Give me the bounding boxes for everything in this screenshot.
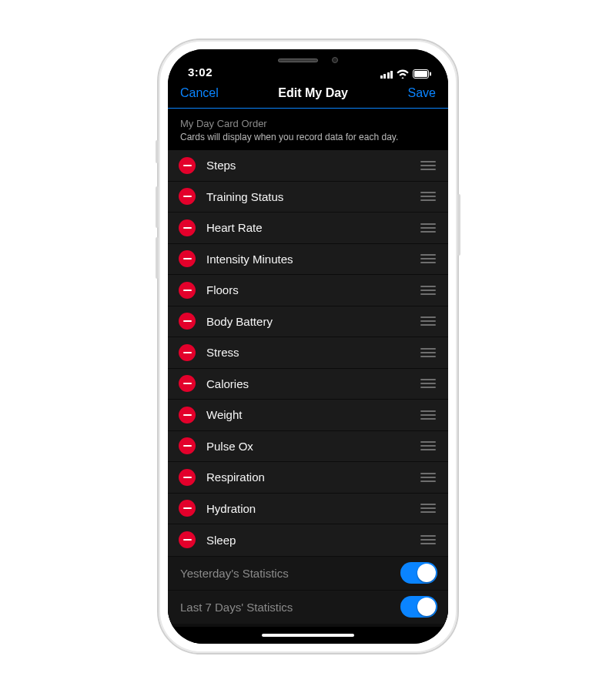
toggle-row-last7: Last 7 Days' Statistics [168, 590, 448, 624]
battery-icon [413, 69, 431, 79]
list-item-label: Pulse Ox [206, 440, 419, 453]
phone-volume-down [156, 237, 159, 279]
list-item[interactable]: Respiration [168, 462, 448, 494]
list-item-label: Weight [206, 408, 419, 421]
remove-icon[interactable] [179, 531, 196, 548]
drag-handle-icon[interactable] [419, 161, 437, 170]
home-indicator[interactable] [168, 627, 448, 644]
remove-icon[interactable] [179, 437, 196, 454]
status-time: 3:02 [188, 65, 213, 79]
drag-handle-icon[interactable] [419, 379, 437, 388]
drag-handle-icon[interactable] [419, 254, 437, 263]
screen: 3:02 Cancel E [168, 49, 448, 644]
list-item-label: Training Status [206, 190, 419, 203]
drag-handle-icon[interactable] [419, 316, 437, 326]
toggle-label: Last 7 Days' Statistics [180, 601, 293, 614]
list-item-label: Heart Rate [206, 221, 419, 234]
list-item[interactable]: Calories [168, 369, 448, 400]
remove-icon[interactable] [179, 469, 196, 486]
remove-icon[interactable] [179, 344, 196, 361]
status-right [380, 69, 432, 79]
toggle-row-yesterday: Yesterday's Statistics [168, 556, 448, 590]
list-item[interactable]: Steps [168, 150, 448, 182]
list-item-label: Calories [206, 377, 419, 390]
toggle-label: Yesterday's Statistics [180, 567, 289, 580]
remove-icon[interactable] [179, 188, 196, 205]
drag-handle-icon[interactable] [419, 410, 437, 420]
save-button[interactable]: Save [408, 86, 436, 100]
yesterday-stats-toggle[interactable] [400, 562, 437, 584]
drag-handle-icon[interactable] [419, 286, 437, 295]
drag-handle-icon[interactable] [419, 348, 437, 357]
svg-rect-2 [430, 72, 431, 76]
wifi-icon [397, 69, 409, 79]
list-item-label: Sleep [206, 534, 419, 547]
last7days-stats-toggle[interactable] [400, 596, 437, 618]
list-item[interactable]: Body Battery [168, 306, 448, 338]
section-header: My Day Card Order Cards will display whe… [168, 109, 448, 150]
drag-handle-icon[interactable] [419, 223, 437, 233]
list-item-label: Stress [206, 346, 419, 359]
phone-bezel: 3:02 Cancel E [168, 49, 448, 644]
cellular-signal-icon [380, 70, 393, 79]
phone-front-camera [332, 57, 338, 63]
section-title: My Day Card Order [180, 118, 436, 129]
drag-handle-icon[interactable] [419, 441, 437, 450]
cancel-button[interactable]: Cancel [180, 86, 219, 100]
phone-power-button [457, 194, 460, 256]
remove-icon[interactable] [179, 313, 196, 330]
phone-notch [239, 49, 377, 71]
phone-speaker [278, 59, 318, 62]
section-subtitle: Cards will display when you record data … [180, 132, 436, 142]
list-item[interactable]: Intensity Minutes [168, 244, 448, 276]
remove-icon[interactable] [179, 375, 196, 392]
drag-handle-icon[interactable] [419, 535, 437, 544]
list-item[interactable]: Stress [168, 337, 448, 369]
card-order-list: Steps Training Status Heart Rate Intensi… [168, 150, 448, 556]
phone-silence-switch [156, 140, 159, 163]
remove-icon[interactable] [179, 500, 196, 517]
nav-bar: Cancel Edit My Day Save [168, 80, 448, 109]
list-item[interactable]: Hydration [168, 494, 448, 525]
remove-icon[interactable] [179, 282, 196, 299]
list-item[interactable]: Sleep [168, 524, 448, 556]
list-item-label: Floors [206, 283, 419, 296]
phone-volume-up [156, 186, 159, 228]
list-item-label: Steps [206, 159, 419, 172]
list-item[interactable]: Heart Rate [168, 213, 448, 244]
drag-handle-icon[interactable] [419, 192, 437, 201]
svg-rect-1 [414, 71, 427, 77]
phone-frame: 3:02 Cancel E [157, 38, 459, 654]
list-item[interactable]: Weight [168, 400, 448, 431]
remove-icon[interactable] [179, 157, 196, 174]
remove-icon[interactable] [179, 219, 196, 236]
list-item[interactable]: Pulse Ox [168, 431, 448, 463]
list-item-label: Body Battery [206, 315, 419, 328]
list-item-label: Respiration [206, 470, 419, 484]
list-item-label: Intensity Minutes [206, 253, 419, 266]
list-item[interactable]: Floors [168, 275, 448, 306]
remove-icon[interactable] [179, 407, 196, 424]
remove-icon[interactable] [179, 250, 196, 267]
list-item[interactable]: Training Status [168, 182, 448, 213]
page-title: Edit My Day [278, 86, 348, 100]
list-item-label: Hydration [206, 502, 419, 515]
drag-handle-icon[interactable] [419, 504, 437, 513]
drag-handle-icon[interactable] [419, 473, 437, 482]
